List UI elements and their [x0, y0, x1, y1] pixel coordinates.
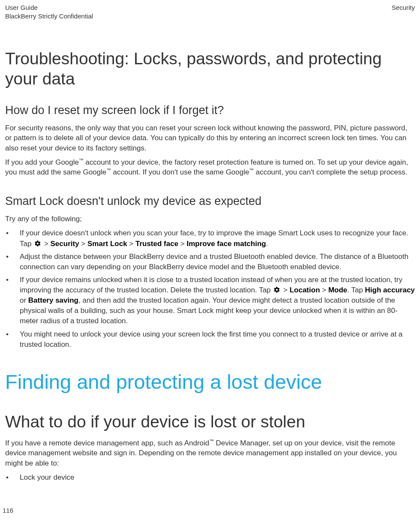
path-improve-face: Improve face matching [187, 240, 266, 248]
paragraph-reset-2: If you add your Google™ account to your … [5, 157, 415, 177]
path-mode: Mode [328, 286, 347, 294]
heading-lost-stolen: What to do if your device is lost or sto… [5, 412, 415, 431]
list-item: You might need to unlock your device usi… [5, 329, 415, 350]
main-content: Troubleshooting: Locks, passwords, and p… [5, 21, 415, 483]
trademark-symbol: ™ [106, 168, 111, 173]
header-section-name: Security [392, 3, 415, 21]
heading-finding-protecting: Finding and protecting a lost device [5, 370, 415, 394]
path-security: Security [51, 240, 79, 248]
smart-lock-list: If your device doesn't unlock when you s… [5, 228, 415, 349]
paragraph-smart-lock-intro: Try any of the following; [5, 214, 415, 224]
list-item: If your device doesn't unlock when you s… [5, 228, 415, 249]
trademark-symbol: ™ [209, 438, 214, 443]
page-number: 116 [3, 507, 13, 514]
list-item: Lock your device [5, 472, 415, 483]
heading-troubleshooting: Troubleshooting: Locks, passwords, and p… [5, 48, 415, 89]
list-item: If your device remains unlocked when it … [5, 275, 415, 327]
paragraph-lost-1: If you have a remote device management a… [5, 438, 415, 468]
header-left: User Guide BlackBerry Strictly Confident… [5, 3, 93, 21]
path-trusted-face: Trusted face [135, 240, 178, 248]
heading-smart-lock: Smart Lock doesn't unlock my device as e… [5, 195, 415, 208]
trademark-symbol: ™ [249, 168, 254, 173]
settings-icon [34, 240, 41, 247]
list-item: Adjust the distance between your BlackBe… [5, 252, 415, 272]
heading-reset-screen-lock: How do I reset my screen lock if I forge… [5, 104, 415, 117]
paragraph-reset-1: For security reasons, the only way that … [5, 123, 415, 153]
path-location: Location [290, 286, 320, 294]
header-user-guide: User Guide [5, 3, 93, 12]
lost-list: Lock your device [5, 472, 415, 483]
option-high-accuracy: High accuracy [365, 286, 415, 294]
path-smart-lock: Smart Lock [87, 240, 127, 248]
page-header: User Guide BlackBerry Strictly Confident… [5, 0, 415, 21]
settings-icon [273, 286, 280, 293]
header-confidential: BlackBerry Strictly Confidential [5, 12, 93, 21]
trademark-symbol: ™ [79, 157, 84, 162]
option-battery-saving: Battery saving [28, 296, 78, 304]
